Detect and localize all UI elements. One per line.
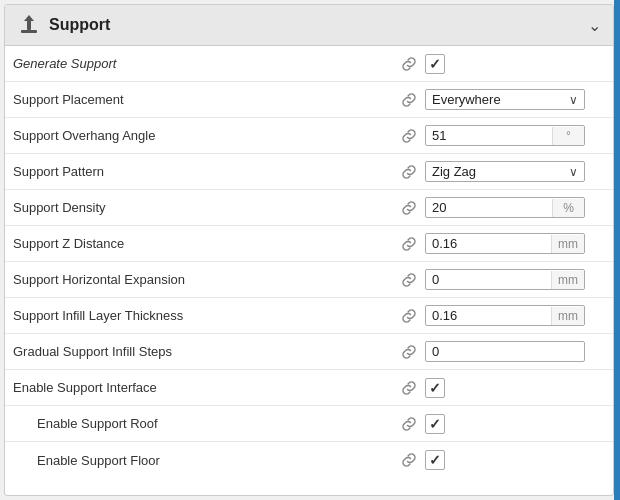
input-value-gradual-support-infill-steps: 0 — [426, 342, 584, 361]
link-icon-support-overhang-angle[interactable] — [397, 128, 421, 144]
link-icon-enable-support-floor[interactable] — [397, 452, 421, 468]
row-enable-support-interface: Enable Support Interface ✓ — [5, 370, 613, 406]
control-support-z-distance: 0.16mm — [425, 233, 605, 254]
input-value-support-z-distance: 0.16 — [426, 234, 551, 253]
label-enable-support-interface: Enable Support Interface — [13, 376, 397, 399]
row-support-density: Support Density 20% — [5, 190, 613, 226]
input-field-gradual-support-infill-steps[interactable]: 0 — [425, 341, 585, 362]
label-support-placement: Support Placement — [13, 88, 397, 111]
checkmark-generate-support: ✓ — [429, 56, 441, 72]
link-icon-enable-support-interface[interactable] — [397, 380, 421, 396]
control-support-infill-layer-thickness: 0.16mm — [425, 305, 605, 326]
row-support-placement: Support Placement Everywhere∨ — [5, 82, 613, 118]
link-icon-support-placement[interactable] — [397, 92, 421, 108]
label-support-z-distance: Support Z Distance — [13, 232, 397, 255]
checkbox-generate-support[interactable]: ✓ — [425, 54, 445, 74]
input-value-support-density: 20 — [426, 198, 552, 217]
support-panel: Support ⌄ Generate Support ✓Support Plac… — [4, 4, 614, 496]
control-enable-support-floor: ✓ — [425, 450, 605, 470]
input-value-support-horizontal-expansion: 0 — [426, 270, 551, 289]
dropdown-value-support-placement: Everywhere — [432, 92, 563, 107]
dropdown-arrow-support-pattern: ∨ — [569, 165, 578, 179]
row-support-infill-layer-thickness: Support Infill Layer Thickness 0.16mm — [5, 298, 613, 334]
row-enable-support-floor: Enable Support Floor ✓ — [5, 442, 613, 478]
input-value-support-overhang-angle: 51 — [426, 126, 552, 145]
row-enable-support-roof: Enable Support Roof ✓ — [5, 406, 613, 442]
link-icon-support-horizontal-expansion[interactable] — [397, 272, 421, 288]
label-support-overhang-angle: Support Overhang Angle — [13, 124, 397, 147]
checkbox-enable-support-roof[interactable]: ✓ — [425, 414, 445, 434]
panel-header: Support ⌄ — [5, 5, 613, 46]
link-icon-support-infill-layer-thickness[interactable] — [397, 308, 421, 324]
input-unit-support-density: % — [552, 199, 584, 217]
control-enable-support-interface: ✓ — [425, 378, 605, 398]
svg-rect-0 — [21, 30, 37, 33]
label-support-horizontal-expansion: Support Horizontal Expansion — [13, 268, 397, 291]
svg-marker-2 — [24, 15, 34, 21]
dropdown-value-support-pattern: Zig Zag — [432, 164, 563, 179]
link-icon-support-z-distance[interactable] — [397, 236, 421, 252]
row-gradual-support-infill-steps: Gradual Support Infill Steps 0 — [5, 334, 613, 370]
row-support-pattern: Support Pattern Zig Zag∨ — [5, 154, 613, 190]
control-support-horizontal-expansion: 0mm — [425, 269, 605, 290]
label-enable-support-floor: Enable Support Floor — [37, 449, 397, 472]
link-icon-support-density[interactable] — [397, 200, 421, 216]
collapse-button[interactable]: ⌄ — [588, 16, 601, 35]
control-gradual-support-infill-steps: 0 — [425, 341, 605, 362]
control-support-pattern: Zig Zag∨ — [425, 161, 605, 182]
input-field-support-overhang-angle[interactable]: 51° — [425, 125, 585, 146]
support-icon — [17, 13, 41, 37]
input-unit-support-z-distance: mm — [551, 235, 584, 253]
input-field-support-infill-layer-thickness[interactable]: 0.16mm — [425, 305, 585, 326]
panel-header-left: Support — [17, 13, 110, 37]
input-field-support-density[interactable]: 20% — [425, 197, 585, 218]
dropdown-arrow-support-placement: ∨ — [569, 93, 578, 107]
row-generate-support: Generate Support ✓ — [5, 46, 613, 82]
control-generate-support: ✓ — [425, 54, 605, 74]
checkmark-enable-support-roof: ✓ — [429, 416, 441, 432]
input-unit-support-horizontal-expansion: mm — [551, 271, 584, 289]
label-enable-support-roof: Enable Support Roof — [37, 412, 397, 435]
row-support-z-distance: Support Z Distance 0.16mm — [5, 226, 613, 262]
link-icon-enable-support-roof[interactable] — [397, 416, 421, 432]
checkbox-enable-support-floor[interactable]: ✓ — [425, 450, 445, 470]
checkmark-enable-support-interface: ✓ — [429, 380, 441, 396]
input-unit-support-infill-layer-thickness: mm — [551, 307, 584, 325]
label-support-density: Support Density — [13, 196, 397, 219]
input-field-support-z-distance[interactable]: 0.16mm — [425, 233, 585, 254]
rows-container: Generate Support ✓Support Placement Ever… — [5, 46, 613, 478]
checkbox-enable-support-interface[interactable]: ✓ — [425, 378, 445, 398]
dropdown-support-placement[interactable]: Everywhere∨ — [425, 89, 585, 110]
label-generate-support: Generate Support — [13, 52, 397, 75]
link-icon-gradual-support-infill-steps[interactable] — [397, 344, 421, 360]
control-support-overhang-angle: 51° — [425, 125, 605, 146]
label-support-infill-layer-thickness: Support Infill Layer Thickness — [13, 304, 397, 327]
control-support-placement: Everywhere∨ — [425, 89, 605, 110]
sidebar-accent — [614, 0, 620, 500]
checkmark-enable-support-floor: ✓ — [429, 452, 441, 468]
input-unit-support-overhang-angle: ° — [552, 127, 584, 145]
label-gradual-support-infill-steps: Gradual Support Infill Steps — [13, 340, 397, 363]
input-field-support-horizontal-expansion[interactable]: 0mm — [425, 269, 585, 290]
row-support-horizontal-expansion: Support Horizontal Expansion 0mm — [5, 262, 613, 298]
label-support-pattern: Support Pattern — [13, 160, 397, 183]
dropdown-support-pattern[interactable]: Zig Zag∨ — [425, 161, 585, 182]
control-support-density: 20% — [425, 197, 605, 218]
row-support-overhang-angle: Support Overhang Angle 51° — [5, 118, 613, 154]
link-icon-support-pattern[interactable] — [397, 164, 421, 180]
panel-title: Support — [49, 16, 110, 34]
control-enable-support-roof: ✓ — [425, 414, 605, 434]
input-value-support-infill-layer-thickness: 0.16 — [426, 306, 551, 325]
link-icon-generate-support[interactable] — [397, 56, 421, 72]
